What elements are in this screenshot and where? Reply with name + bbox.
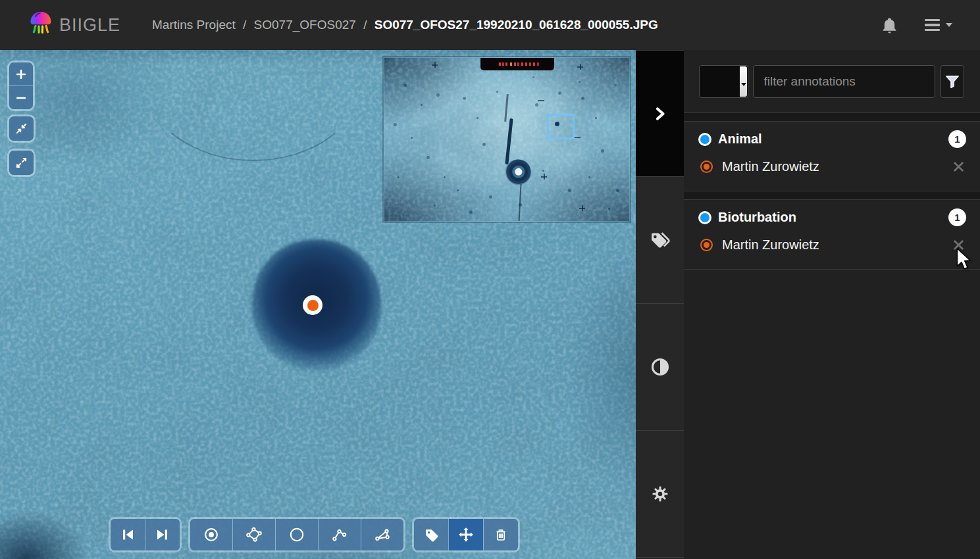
annotation-selected-icon xyxy=(700,160,713,173)
breadcrumb-volume[interactable]: SO077_OFOS027 xyxy=(254,18,356,32)
annotation-canvas[interactable] xyxy=(0,50,636,559)
linestring-tool-button[interactable] xyxy=(318,519,361,550)
contrast-icon xyxy=(650,357,670,377)
minimap[interactable] xyxy=(384,57,630,222)
tags-icon xyxy=(650,230,671,251)
zoom-out-button[interactable] xyxy=(9,85,33,109)
breadcrumb-project[interactable]: Martins Project xyxy=(152,18,236,32)
circle-icon xyxy=(288,526,305,543)
detach-label-button[interactable] xyxy=(953,161,964,172)
annotation-count-badge: 1 xyxy=(948,130,966,148)
annotation-selected-icon xyxy=(700,239,713,251)
crosshair-mark xyxy=(577,64,583,70)
polygon-icon xyxy=(374,526,391,543)
tab-color-adjustment[interactable] xyxy=(636,304,684,431)
crosshair-mark xyxy=(541,174,547,180)
shape-tools-group xyxy=(190,519,403,550)
annotation-toolbar xyxy=(111,519,518,550)
tab-collapse-sidebar[interactable] xyxy=(636,51,684,177)
plumb-weight xyxy=(505,159,531,185)
apply-filter-button[interactable] xyxy=(941,65,964,98)
annotator-name: Martin Zurowietz xyxy=(722,159,819,174)
crosshair-mark xyxy=(432,62,438,68)
select-scroll-strip xyxy=(740,66,747,97)
original-resolution-button[interactable] xyxy=(9,151,34,175)
mouse-cursor xyxy=(956,248,973,272)
move-icon xyxy=(457,526,475,543)
circle-tool-button[interactable] xyxy=(275,519,318,550)
move-tool-button[interactable] xyxy=(448,519,483,550)
annotation-group: Animal 1 Martin Zurowietz xyxy=(684,121,980,191)
label-color-icon xyxy=(698,133,711,146)
zoom-in-button[interactable] xyxy=(9,62,33,85)
minimap-texture xyxy=(384,58,629,221)
point-icon xyxy=(203,526,220,543)
label-color-icon xyxy=(698,211,711,224)
annotation-count-badge: 1 xyxy=(948,208,966,226)
select-caret-icon xyxy=(741,83,746,89)
tab-settings[interactable] xyxy=(636,431,684,558)
dash-mark xyxy=(574,137,580,138)
delete-annotation-button[interactable] xyxy=(483,519,518,550)
annotation-filter-bar xyxy=(684,50,980,113)
filter-type-select[interactable] xyxy=(699,65,748,98)
navbar-actions xyxy=(882,16,952,34)
annotation-row[interactable]: Martin Zurowietz xyxy=(684,232,980,269)
polygon-tool-button[interactable] xyxy=(361,519,403,550)
linestring-icon xyxy=(331,526,348,543)
minimap-viewport-rect[interactable] xyxy=(547,114,575,139)
menu-caret-icon xyxy=(946,23,952,30)
attach-label-button[interactable] xyxy=(414,519,448,550)
hamburger-icon xyxy=(925,19,940,32)
fit-image-button[interactable] xyxy=(9,116,34,141)
brand-name: BIIGLE xyxy=(59,15,120,36)
annotations-sidebar: Animal 1 Martin Zurowietz Bioturbation 1 xyxy=(684,50,980,559)
plus-icon xyxy=(14,68,28,81)
action-group xyxy=(414,519,518,550)
trash-icon xyxy=(493,527,509,543)
annotator-name: Martin Zurowietz xyxy=(722,237,819,253)
tab-label-annotations[interactable] xyxy=(636,177,684,304)
close-icon xyxy=(953,161,964,172)
annotation-tool-window: BIIGLE Martins Project / SO077_OFOS027 /… xyxy=(0,0,980,559)
divider xyxy=(684,191,980,199)
dash-mark xyxy=(538,100,544,101)
previous-image-button[interactable] xyxy=(111,519,145,550)
label-row[interactable]: Bioturbation 1 xyxy=(684,200,980,232)
annotation-row[interactable]: Martin Zurowietz xyxy=(684,154,980,191)
label-name: Animal xyxy=(718,132,762,147)
compress-arrows-icon xyxy=(14,122,28,135)
divider xyxy=(684,113,980,121)
main-menu-button[interactable] xyxy=(925,19,952,32)
point-tool-button[interactable] xyxy=(190,519,232,550)
next-image-button[interactable] xyxy=(145,519,180,550)
expand-arrows-icon xyxy=(14,156,28,170)
sidebar-tab-strip xyxy=(636,50,684,559)
breadcrumb-filename: SO077_OFOS27_19920210_061628_000055.JPG xyxy=(374,18,658,32)
image-nav-group xyxy=(111,519,180,550)
label-row[interactable]: Animal 1 xyxy=(684,122,980,154)
rectangle-tool-button[interactable] xyxy=(232,519,275,550)
zoom-controls xyxy=(9,62,33,109)
filter-annotations-input[interactable] xyxy=(753,65,935,98)
breadcrumb: Martins Project / SO077_OFOS027 / SO077_… xyxy=(152,18,658,32)
gear-icon xyxy=(651,485,669,503)
jellyfish-logo-icon xyxy=(28,10,54,40)
top-navbar: BIIGLE Martins Project / SO077_OFOS027 /… xyxy=(0,0,980,50)
minus-icon xyxy=(14,91,28,105)
label-name: Bioturbation xyxy=(718,210,796,225)
skip-next-icon xyxy=(155,527,170,543)
minimap-specks xyxy=(384,58,386,60)
point-annotation-marker[interactable] xyxy=(303,295,322,315)
tag-icon xyxy=(423,527,440,543)
annotation-dot xyxy=(307,300,319,311)
notifications-bell-icon[interactable] xyxy=(882,16,897,34)
biigle-logo[interactable]: BIIGLE xyxy=(28,10,120,40)
crosshair-mark xyxy=(579,205,585,211)
funnel-icon xyxy=(944,73,961,90)
chevron-right-icon xyxy=(652,105,668,123)
annotation-group: Bioturbation 1 Martin Zurowietz xyxy=(684,199,980,270)
rectangle-icon xyxy=(245,526,263,543)
skip-previous-icon xyxy=(120,527,136,543)
data-display-led xyxy=(480,58,554,70)
